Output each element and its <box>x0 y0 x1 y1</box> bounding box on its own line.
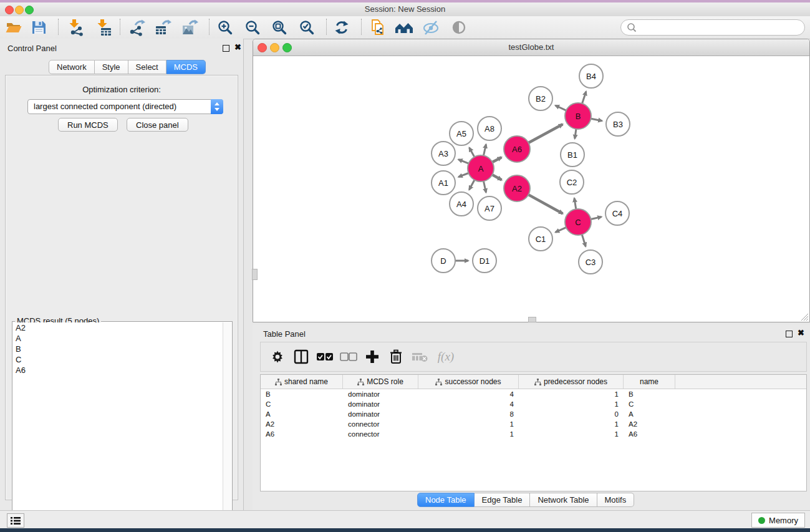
graph-edge-A-A4[interactable] <box>469 180 475 190</box>
table-tab-motifs[interactable]: Motifs <box>597 493 635 507</box>
table-cell[interactable]: 1 <box>519 429 624 439</box>
graph-edge-A6-B[interactable] <box>528 124 562 143</box>
zoom-in-button[interactable] <box>215 17 236 37</box>
mcds-result-item[interactable]: A6 <box>13 365 223 375</box>
table-cell[interactable]: B <box>261 389 343 399</box>
graph-edge-A-A5[interactable] <box>470 148 475 157</box>
table-cell[interactable]: A6 <box>624 429 675 439</box>
tab-style[interactable]: Style <box>95 60 128 74</box>
close-panel-icon[interactable]: ✖ <box>234 42 241 52</box>
table-cell[interactable]: connector <box>343 429 418 439</box>
table-row[interactable]: Cdominator41C <box>261 399 806 409</box>
table-cell[interactable]: dominator <box>343 409 418 419</box>
graph-edge-A-A2[interactable] <box>492 175 501 180</box>
mcds-result-item[interactable]: A <box>13 333 223 344</box>
table-cell[interactable]: A2 <box>624 419 675 429</box>
column-header-successor-nodes[interactable]: successor nodes <box>418 375 519 389</box>
memory-button[interactable]: Memory <box>751 513 805 528</box>
graph-edge-A-A8[interactable] <box>483 144 486 155</box>
export-image-button[interactable] <box>179 17 200 37</box>
graph-edge-A-A1[interactable] <box>458 173 468 177</box>
table-tab-network-table[interactable]: Network Table <box>530 493 597 507</box>
show-view-button[interactable] <box>448 17 470 37</box>
mcds-result-list[interactable]: A2ABCA6 <box>13 322 223 532</box>
select-all-rows-button[interactable] <box>313 345 337 369</box>
table-row[interactable]: Adominator80A <box>261 409 806 419</box>
table-cell[interactable]: A <box>261 409 343 419</box>
table-cell[interactable]: A2 <box>261 419 343 429</box>
column-header-predecessor-nodes[interactable]: predecessor nodes <box>519 375 624 389</box>
graph-edge-B-B2[interactable] <box>556 105 566 110</box>
close-table-panel-icon[interactable]: ✖ <box>798 328 804 337</box>
resize-grip-icon[interactable] <box>799 311 809 321</box>
table-row[interactable]: Bdominator41B <box>261 389 806 399</box>
mcds-result-item[interactable]: A2 <box>13 322 223 333</box>
clear-table-button[interactable] <box>408 345 432 369</box>
import-network-button[interactable] <box>65 17 86 37</box>
graph-edge-C-C3[interactable] <box>582 235 586 246</box>
graph-edge-C-C4[interactable] <box>591 217 601 220</box>
table-tab-edge-table[interactable]: Edge Table <box>475 493 531 507</box>
table-cell[interactable]: C <box>624 399 675 409</box>
table-cell[interactable]: 4 <box>418 389 519 399</box>
table-cell[interactable]: 1 <box>519 389 624 399</box>
deselect-all-rows-button[interactable] <box>337 345 360 369</box>
float-table-panel-icon[interactable] <box>786 331 793 337</box>
mcds-result-item[interactable]: C <box>13 354 223 365</box>
mcds-result-item[interactable]: B <box>13 344 223 354</box>
graph-edge-C-C2[interactable] <box>574 198 576 210</box>
graph-edge-B-B3[interactable] <box>591 118 602 121</box>
import-table-button[interactable] <box>93 17 114 37</box>
table-settings-button[interactable] <box>266 345 289 369</box>
search-field[interactable] <box>620 19 805 36</box>
function-builder-button[interactable]: f(x) <box>432 345 460 369</box>
tab-select[interactable]: Select <box>128 60 166 74</box>
graph-edge-B-B4[interactable] <box>582 92 586 104</box>
zoom-fit-button[interactable] <box>269 17 290 37</box>
export-network-button[interactable] <box>126 17 147 37</box>
table-cell[interactable]: 1 <box>519 419 624 429</box>
duplicate-network-button[interactable] <box>367 17 388 37</box>
search-input[interactable] <box>639 21 804 34</box>
delete-column-button[interactable] <box>384 345 408 369</box>
float-panel-icon[interactable] <box>223 45 229 52</box>
tab-network[interactable]: Network <box>49 60 95 74</box>
open-session-button[interactable] <box>3 17 24 37</box>
table-tab-node-table[interactable]: Node Table <box>417 493 475 507</box>
graph-edge-A-A7[interactable] <box>483 181 486 193</box>
graph-edge-C-C1[interactable] <box>556 228 566 233</box>
graph-edge-A-A3[interactable] <box>458 160 468 164</box>
column-header-MCDS-role[interactable]: MCDS role <box>343 375 418 389</box>
table-cell[interactable]: 1 <box>519 399 624 409</box>
table-cell[interactable]: B <box>624 389 675 399</box>
add-column-button[interactable] <box>360 345 384 369</box>
export-table-button[interactable] <box>152 17 173 37</box>
table-cell[interactable]: dominator <box>343 399 418 409</box>
graph-edge-A-A6[interactable] <box>493 157 502 162</box>
zoom-selected-button[interactable] <box>296 17 317 37</box>
table-cell[interactable]: A <box>624 409 675 419</box>
criterion-dropdown[interactable]: largest connected component (directed) <box>27 99 223 114</box>
table-cell[interactable]: dominator <box>343 389 418 399</box>
scrollbar-track[interactable] <box>223 322 231 532</box>
save-session-button[interactable] <box>28 17 49 37</box>
home-view-button[interactable] <box>393 17 415 37</box>
column-header-name[interactable]: name <box>624 375 675 389</box>
graph-edge-B-B1[interactable] <box>575 129 576 138</box>
table-cell[interactable]: 1 <box>418 429 519 439</box>
column-header-shared-name[interactable]: shared name <box>261 375 343 389</box>
table-cell[interactable]: connector <box>343 419 418 429</box>
table-cell[interactable]: 0 <box>519 409 624 419</box>
splitter-handle-bottom[interactable] <box>528 317 536 322</box>
table-cell[interactable]: C <box>261 399 343 409</box>
table-row[interactable]: A6connector11A6 <box>261 429 806 439</box>
table-row[interactable]: A2connector11A2 <box>261 419 806 429</box>
zoom-out-button[interactable] <box>242 17 263 37</box>
table-cell[interactable]: A6 <box>261 429 343 439</box>
refresh-button[interactable] <box>331 17 352 37</box>
network-graph-canvas[interactable]: B4B2BB3A8A5A6A3B1AA1C2A2A4A7C4CC1C3DD1 <box>253 56 809 322</box>
table-cell[interactable]: 8 <box>418 409 519 419</box>
close-panel-button[interactable]: Close panel <box>127 118 188 132</box>
graph-edge-A2-C[interactable] <box>528 195 562 213</box>
table-columns-button[interactable] <box>289 345 313 369</box>
